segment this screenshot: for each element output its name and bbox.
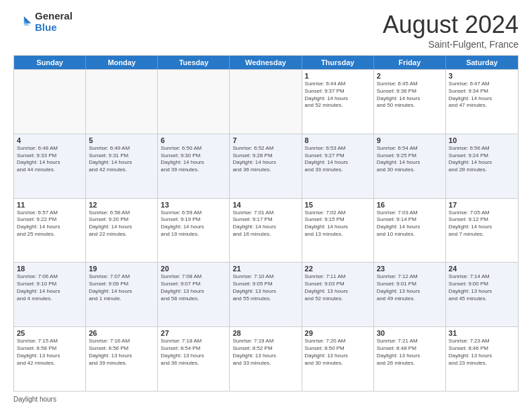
header-day-sunday: Sunday [14,56,86,69]
day-number: 24 [449,265,515,273]
header-day-monday: Monday [86,56,158,69]
day-info: Sunrise: 6:48 AM Sunset: 9:33 PM Dayligh… [17,145,83,174]
day-number: 6 [161,136,226,144]
day-cell-22: 22Sunrise: 7:11 AM Sunset: 9:03 PM Dayli… [302,263,374,326]
day-number: 17 [449,201,515,209]
empty-cell [230,70,302,134]
day-info: Sunrise: 7:15 AM Sunset: 8:58 PM Dayligh… [17,338,83,367]
day-number: 13 [161,201,226,209]
day-cell-16: 16Sunrise: 7:03 AM Sunset: 9:14 PM Dayli… [374,199,446,263]
logo-icon [13,13,32,32]
day-info: Sunrise: 7:03 AM Sunset: 9:14 PM Dayligh… [377,210,443,238]
empty-cell [14,70,86,134]
day-info: Sunrise: 7:11 AM Sunset: 9:03 PM Dayligh… [305,273,371,302]
day-cell-7: 7Sunrise: 6:52 AM Sunset: 9:28 PM Daylig… [230,134,302,198]
day-number: 29 [305,329,371,337]
header-day-thursday: Thursday [302,56,374,69]
day-info: Sunrise: 6:53 AM Sunset: 9:27 PM Dayligh… [305,145,371,174]
calendar: SundayMondayTuesdayWednesdayThursdayFrid… [13,55,519,392]
day-info: Sunrise: 6:44 AM Sunset: 9:37 PM Dayligh… [305,81,371,109]
day-info: Sunrise: 7:08 AM Sunset: 9:07 PM Dayligh… [161,273,226,302]
day-cell-10: 10Sunrise: 6:56 AM Sunset: 9:24 PM Dayli… [446,134,518,198]
day-cell-17: 17Sunrise: 7:05 AM Sunset: 9:12 PM Dayli… [446,199,518,263]
day-cell-5: 5Sunrise: 6:49 AM Sunset: 9:31 PM Daylig… [86,134,158,198]
day-cell-1: 1Sunrise: 6:44 AM Sunset: 9:37 PM Daylig… [302,70,374,134]
calendar-body: 1Sunrise: 6:44 AM Sunset: 9:37 PM Daylig… [14,69,518,391]
day-number: 19 [89,265,154,273]
day-number: 7 [232,136,298,144]
day-cell-24: 24Sunrise: 7:14 AM Sunset: 9:00 PM Dayli… [446,263,518,326]
day-cell-18: 18Sunrise: 7:06 AM Sunset: 9:10 PM Dayli… [14,263,86,326]
day-info: Sunrise: 6:47 AM Sunset: 9:34 PM Dayligh… [449,81,515,109]
day-cell-8: 8Sunrise: 6:53 AM Sunset: 9:27 PM Daylig… [302,134,374,198]
day-number: 22 [305,265,371,273]
empty-cell [158,70,230,134]
day-cell-30: 30Sunrise: 7:21 AM Sunset: 8:48 PM Dayli… [374,327,446,391]
day-info: Sunrise: 7:01 AM Sunset: 9:17 PM Dayligh… [232,210,298,238]
header-day-friday: Friday [374,56,446,69]
day-info: Sunrise: 7:21 AM Sunset: 8:48 PM Dayligh… [377,338,443,367]
logo-text: General Blue [35,11,73,33]
day-info: Sunrise: 6:52 AM Sunset: 9:28 PM Dayligh… [232,145,298,174]
day-info: Sunrise: 6:45 AM Sunset: 9:36 PM Dayligh… [377,81,443,109]
month-title: August 2024 [383,11,519,39]
logo-blue-text: Blue [35,22,73,34]
day-cell-4: 4Sunrise: 6:48 AM Sunset: 9:33 PM Daylig… [14,134,86,198]
day-cell-19: 19Sunrise: 7:07 AM Sunset: 9:09 PM Dayli… [86,263,158,326]
day-cell-12: 12Sunrise: 6:58 AM Sunset: 9:20 PM Dayli… [86,199,158,263]
day-cell-29: 29Sunrise: 7:20 AM Sunset: 8:50 PM Dayli… [302,327,374,391]
day-cell-23: 23Sunrise: 7:12 AM Sunset: 9:01 PM Dayli… [374,263,446,326]
day-number: 26 [89,329,154,337]
day-number: 23 [377,265,443,273]
day-info: Sunrise: 7:06 AM Sunset: 9:10 PM Dayligh… [17,273,83,302]
empty-cell [86,70,158,134]
day-cell-3: 3Sunrise: 6:47 AM Sunset: 9:34 PM Daylig… [446,70,518,134]
day-info: Sunrise: 7:14 AM Sunset: 9:00 PM Dayligh… [449,273,515,302]
day-info: Sunrise: 6:57 AM Sunset: 9:22 PM Dayligh… [17,210,83,238]
day-number: 14 [232,201,298,209]
day-number: 5 [89,136,154,144]
day-number: 10 [449,136,515,144]
footer: Daylight hours [13,396,519,403]
day-info: Sunrise: 6:50 AM Sunset: 9:30 PM Dayligh… [161,145,226,174]
day-info: Sunrise: 7:12 AM Sunset: 9:01 PM Dayligh… [377,273,443,302]
day-number: 25 [17,329,83,337]
day-info: Sunrise: 7:16 AM Sunset: 8:56 PM Dayligh… [89,338,154,367]
day-number: 31 [449,329,515,337]
day-number: 30 [377,329,443,337]
day-info: Sunrise: 7:18 AM Sunset: 8:54 PM Dayligh… [161,338,226,367]
day-number: 8 [305,136,371,144]
day-cell-9: 9Sunrise: 6:54 AM Sunset: 9:25 PM Daylig… [374,134,446,198]
logo-general-text: General [35,11,73,22]
subtitle: Saint-Fulgent, France [383,39,519,50]
day-cell-15: 15Sunrise: 7:02 AM Sunset: 9:15 PM Dayli… [302,199,374,263]
day-number: 12 [89,201,154,209]
day-number: 15 [305,201,371,209]
day-info: Sunrise: 6:56 AM Sunset: 9:24 PM Dayligh… [449,145,515,174]
day-info: Sunrise: 7:10 AM Sunset: 9:05 PM Dayligh… [232,273,298,302]
day-number: 3 [449,72,515,80]
day-cell-21: 21Sunrise: 7:10 AM Sunset: 9:05 PM Dayli… [230,263,302,326]
day-info: Sunrise: 7:05 AM Sunset: 9:12 PM Dayligh… [449,210,515,238]
day-number: 27 [161,329,226,337]
day-number: 11 [17,201,83,209]
day-number: 9 [377,136,443,144]
day-cell-2: 2Sunrise: 6:45 AM Sunset: 9:36 PM Daylig… [374,70,446,134]
day-info: Sunrise: 7:07 AM Sunset: 9:09 PM Dayligh… [89,273,154,302]
day-info: Sunrise: 7:20 AM Sunset: 8:50 PM Dayligh… [305,338,371,367]
day-cell-14: 14Sunrise: 7:01 AM Sunset: 9:17 PM Dayli… [230,199,302,263]
day-number: 21 [232,265,298,273]
day-cell-25: 25Sunrise: 7:15 AM Sunset: 8:58 PM Dayli… [14,327,86,391]
day-number: 16 [377,201,443,209]
header-day-wednesday: Wednesday [230,56,302,69]
day-info: Sunrise: 6:58 AM Sunset: 9:20 PM Dayligh… [89,210,154,238]
day-cell-13: 13Sunrise: 6:59 AM Sunset: 9:19 PM Dayli… [158,199,230,263]
calendar-row-5: 25Sunrise: 7:15 AM Sunset: 8:58 PM Dayli… [14,326,518,391]
calendar-row-1: 1Sunrise: 6:44 AM Sunset: 9:37 PM Daylig… [14,69,518,134]
header: General Blue August 2024 Saint-Fulgent, … [13,11,519,50]
calendar-header: SundayMondayTuesdayWednesdayThursdayFrid… [14,56,518,69]
day-cell-6: 6Sunrise: 6:50 AM Sunset: 9:30 PM Daylig… [158,134,230,198]
day-cell-27: 27Sunrise: 7:18 AM Sunset: 8:54 PM Dayli… [158,327,230,391]
day-number: 2 [377,72,443,80]
day-info: Sunrise: 7:02 AM Sunset: 9:15 PM Dayligh… [305,210,371,238]
